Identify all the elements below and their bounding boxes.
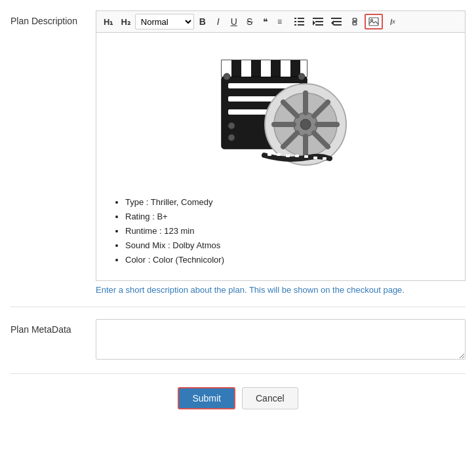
italic-button[interactable]: I (211, 14, 226, 29)
cancel-button[interactable]: Cancel (242, 387, 298, 409)
h1-button[interactable]: H₁ (100, 14, 116, 29)
list-item: Runtime : 123 min (125, 224, 456, 238)
plan-description-label: Plan Description (10, 10, 96, 26)
form-buttons: Submit Cancel (10, 387, 466, 409)
svg-point-35 (300, 119, 311, 130)
svg-rect-5 (294, 24, 296, 26)
svg-rect-47 (295, 155, 299, 157)
svg-point-28 (224, 73, 230, 80)
unordered-list-button[interactable] (291, 14, 308, 29)
svg-rect-49 (313, 157, 317, 159)
svg-rect-13 (334, 24, 342, 26)
list-item: Sound Mix : Dolby Atmos (125, 238, 456, 253)
svg-rect-6 (298, 24, 304, 26)
svg-text:≡: ≡ (277, 17, 282, 26)
plan-metadata-row: Plan MetaData (10, 319, 466, 362)
svg-rect-1 (294, 18, 296, 19)
svg-point-31 (228, 134, 235, 141)
list-item: Rating : B+ (125, 210, 456, 224)
plan-description-editor-wrapper: H₁ H₂ Normal Heading 1 Heading 2 Heading… (96, 10, 466, 295)
strikethrough-button[interactable]: S (243, 14, 257, 29)
plan-description-row: Plan Description H₁ H₂ Normal Heading 1 … (10, 10, 466, 295)
hint-text-before: Enter a short description about the plan… (96, 285, 249, 295)
plan-metadata-label: Plan MetaData (10, 319, 96, 335)
image-button[interactable] (365, 14, 383, 29)
svg-point-29 (298, 73, 305, 80)
svg-rect-44 (268, 153, 271, 156)
link-button[interactable] (346, 14, 363, 29)
plan-metadata-input[interactable] (96, 319, 466, 360)
svg-rect-11 (331, 18, 342, 19)
svg-rect-26 (281, 57, 290, 80)
font-size-select[interactable]: Normal Heading 1 Heading 2 Heading 3 (135, 14, 194, 29)
bold-button[interactable]: B (195, 14, 210, 29)
editor-toolbar: H₁ H₂ Normal Heading 1 Heading 2 Heading… (96, 10, 466, 32)
svg-marker-14 (331, 20, 334, 26)
hint-text-link: This will be shown on the checkout page. (249, 285, 405, 295)
list-item: Color : Color (Technicolor) (125, 253, 456, 267)
plan-metadata-input-wrapper (96, 319, 466, 362)
svg-rect-24 (241, 57, 251, 80)
list-item: Type : Thriller, Comedy (125, 195, 456, 210)
outdent-button[interactable] (328, 14, 345, 29)
svg-rect-46 (286, 155, 290, 157)
svg-rect-45 (277, 153, 281, 156)
svg-rect-48 (304, 155, 308, 158)
svg-rect-50 (323, 157, 327, 160)
bottom-divider (10, 373, 466, 374)
svg-rect-2 (298, 18, 304, 19)
svg-rect-25 (261, 57, 271, 80)
svg-rect-9 (315, 24, 323, 26)
underline-button[interactable]: U (227, 14, 241, 29)
svg-rect-8 (315, 21, 323, 22)
svg-point-30 (228, 122, 235, 129)
plan-details-list: Type : Thriller, Comedy Rating : B+ Runt… (106, 195, 456, 267)
indent-button[interactable] (309, 14, 327, 29)
submit-button[interactable]: Submit (178, 387, 235, 409)
film-graphic-container (106, 41, 456, 185)
svg-rect-3 (294, 21, 296, 22)
film-graphic-svg (208, 41, 353, 185)
svg-rect-7 (313, 18, 323, 19)
editor-content-area[interactable]: Type : Thriller, Comedy Rating : B+ Runt… (96, 32, 466, 281)
svg-marker-10 (313, 20, 315, 26)
ordered-list-button[interactable]: ≡ (274, 14, 290, 29)
svg-rect-4 (298, 21, 304, 22)
svg-rect-15 (369, 18, 378, 26)
hint-text: Enter a short description about the plan… (96, 285, 466, 295)
svg-rect-12 (334, 21, 342, 22)
h2-button[interactable]: H₂ (117, 14, 133, 29)
clear-format-button[interactable]: Ix (386, 14, 400, 29)
section-divider (10, 307, 466, 307)
blockquote-button[interactable]: ❝ (258, 14, 273, 29)
